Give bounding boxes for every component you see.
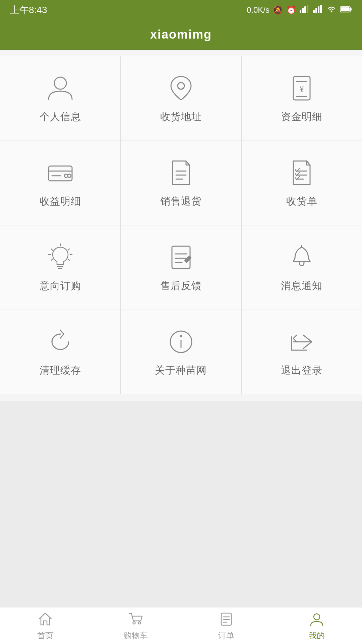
menu-item-intent-order[interactable]: 意向订购 bbox=[0, 225, 121, 310]
clear-cache-label: 清理缓存 bbox=[40, 364, 81, 377]
logout-label: 退出登录 bbox=[281, 364, 322, 377]
svg-line-33 bbox=[51, 249, 53, 250]
grid-row-4: 清理缓存 关于种苗网 退出登录 bbox=[0, 310, 362, 394]
bottom-nav: 首页 购物车 订单 我的 bbox=[0, 607, 362, 644]
address-label: 收货地址 bbox=[160, 110, 202, 124]
receipt-label: 收货单 bbox=[286, 195, 317, 208]
svg-point-8 bbox=[331, 11, 333, 12]
nav-item-cart[interactable]: 购物车 bbox=[90, 607, 181, 644]
svg-line-38 bbox=[68, 259, 69, 260]
grid-row-2: 收益明细 销售退货 bbox=[0, 141, 362, 225]
svg-rect-10 bbox=[350, 8, 352, 10]
lightbulb-icon bbox=[45, 242, 75, 272]
svg-point-22 bbox=[68, 174, 71, 177]
svg-line-37 bbox=[51, 259, 53, 260]
notification-label: 消息通知 bbox=[281, 279, 322, 293]
menu-item-about[interactable]: 关于种苗网 bbox=[121, 310, 241, 394]
svg-rect-11 bbox=[341, 7, 350, 11]
status-time: 上午8:43 bbox=[10, 4, 47, 16]
profile-icon bbox=[308, 611, 325, 628]
nav-item-orders[interactable]: 订单 bbox=[181, 607, 272, 644]
nav-item-home[interactable]: 首页 bbox=[0, 607, 90, 644]
orders-nav-label: 订单 bbox=[218, 630, 234, 641]
menu-grid: 个人信息 收货地址 ¥ 资金明细 bbox=[0, 50, 362, 401]
status-bar: 上午8:43 0.0K/s 🔕 ⏰ bbox=[0, 0, 362, 20]
menu-item-logout[interactable]: 退出登录 bbox=[242, 310, 362, 394]
share-icon bbox=[287, 327, 317, 357]
svg-text:¥: ¥ bbox=[300, 85, 304, 93]
page-title: xiaomimg bbox=[150, 28, 212, 42]
info-icon bbox=[166, 327, 196, 357]
checklist-icon bbox=[287, 158, 317, 188]
svg-rect-0 bbox=[300, 10, 301, 13]
svg-rect-4 bbox=[313, 10, 315, 13]
nav-item-profile[interactable]: 我的 bbox=[272, 607, 362, 644]
menu-item-after-sale[interactable]: 售后反馈 bbox=[121, 225, 241, 310]
svg-rect-18 bbox=[49, 166, 72, 181]
svg-point-12 bbox=[54, 77, 66, 89]
home-nav-label: 首页 bbox=[37, 630, 53, 641]
grid-row-1: 个人信息 收货地址 ¥ 资金明细 bbox=[0, 56, 362, 141]
menu-item-clear-cache[interactable]: 清理缓存 bbox=[0, 310, 121, 394]
svg-line-34 bbox=[68, 249, 69, 250]
profile-nav-label: 我的 bbox=[309, 630, 325, 641]
personal-info-label: 个人信息 bbox=[40, 110, 81, 124]
battery-icon bbox=[340, 5, 352, 15]
about-label: 关于种苗网 bbox=[155, 364, 207, 377]
edit-doc-icon bbox=[166, 242, 196, 272]
document-icon bbox=[166, 158, 196, 188]
page-header: xiaomimg bbox=[0, 20, 362, 50]
svg-point-54 bbox=[314, 614, 320, 620]
status-icons: 0.0K/s 🔕 ⏰ bbox=[247, 5, 352, 15]
svg-rect-6 bbox=[318, 6, 319, 13]
svg-rect-2 bbox=[304, 6, 306, 13]
cart-nav-label: 购物车 bbox=[124, 630, 148, 641]
svg-rect-3 bbox=[307, 5, 308, 13]
signal2-icon bbox=[313, 5, 323, 15]
bell-icon bbox=[287, 242, 317, 272]
returns-label: 销售退货 bbox=[160, 195, 202, 208]
funds-label: 资金明细 bbox=[281, 110, 322, 124]
card-icon bbox=[45, 158, 75, 188]
svg-point-13 bbox=[178, 83, 184, 89]
menu-item-notification[interactable]: 消息通知 bbox=[242, 225, 362, 310]
intent-order-label: 意向订购 bbox=[40, 279, 81, 293]
menu-item-personal-info[interactable]: 个人信息 bbox=[0, 56, 121, 141]
svg-point-47 bbox=[180, 335, 182, 337]
menu-item-funds[interactable]: ¥ 资金明细 bbox=[242, 56, 362, 141]
after-sale-label: 售后反馈 bbox=[160, 279, 202, 293]
refresh-icon bbox=[45, 327, 75, 357]
network-speed: 0.0K/s bbox=[247, 5, 269, 15]
svg-rect-5 bbox=[315, 8, 317, 13]
mute-icon: 🔕 bbox=[273, 5, 283, 15]
svg-point-49 bbox=[138, 622, 141, 624]
orders-icon bbox=[218, 611, 235, 628]
signal-icon bbox=[300, 5, 310, 15]
menu-item-earnings[interactable]: 收益明细 bbox=[0, 141, 121, 225]
location-icon bbox=[166, 73, 196, 103]
home-icon bbox=[37, 611, 54, 628]
svg-rect-7 bbox=[320, 5, 322, 13]
menu-item-receipt[interactable]: 收货单 bbox=[242, 141, 362, 225]
svg-rect-1 bbox=[302, 8, 304, 13]
menu-item-address[interactable]: 收货地址 bbox=[121, 56, 241, 141]
earnings-label: 收益明细 bbox=[40, 195, 81, 208]
grid-row-3: 意向订购 售后反馈 bbox=[0, 225, 362, 310]
svg-rect-39 bbox=[172, 246, 190, 268]
menu-item-returns[interactable]: 销售退货 bbox=[121, 141, 241, 225]
cart-icon bbox=[127, 611, 144, 628]
wifi-icon bbox=[326, 5, 337, 15]
alarm-icon: ⏰ bbox=[286, 5, 296, 15]
person-icon bbox=[45, 73, 75, 103]
phone-pay-icon: ¥ bbox=[287, 73, 317, 103]
svg-point-48 bbox=[133, 622, 135, 624]
